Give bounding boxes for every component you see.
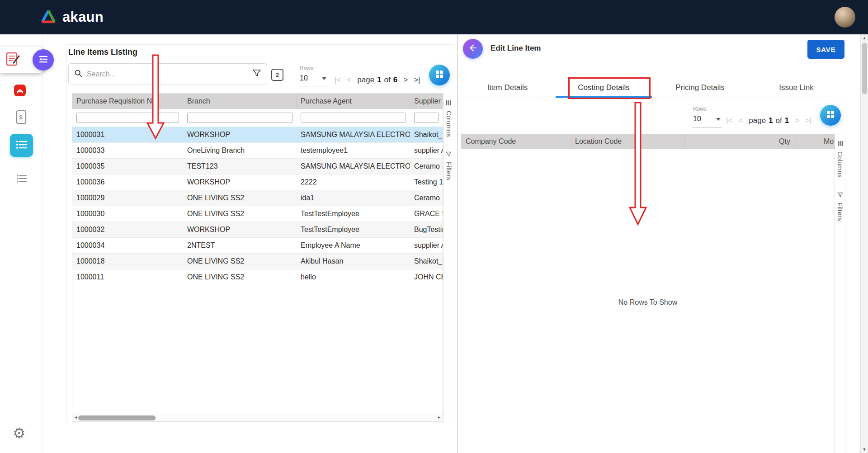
prev-page-button[interactable]: <	[738, 116, 743, 125]
page-current: 1	[769, 116, 773, 125]
table-row[interactable]: 1000034 2NTEST Employee A Name supplier …	[72, 238, 443, 254]
horizontal-scrollbar-thumb[interactable]	[78, 415, 156, 420]
last-page-button[interactable]: >|	[414, 76, 420, 85]
header-company-code[interactable]: Company Code	[461, 134, 571, 149]
last-page-button[interactable]: >|	[805, 116, 811, 125]
rows-select-caret-icon[interactable]	[322, 77, 326, 80]
header-qty[interactable]: Qty	[685, 134, 797, 149]
rows-select-underline	[299, 86, 328, 86]
header-branch[interactable]: Branch	[183, 94, 297, 109]
grid-view-button[interactable]	[429, 65, 450, 85]
cell-prn: 1000036	[72, 178, 183, 186]
filter-input-agent[interactable]	[301, 113, 406, 123]
sidebar-item-pdf[interactable]	[13, 83, 27, 99]
scroll-left-icon[interactable]: ◄	[74, 415, 78, 420]
tab-costing-details[interactable]: Costing Details	[556, 78, 652, 98]
cell-agent: TestTestEmployee	[297, 210, 410, 218]
edit-tabs: Item Details Costing Details Pricing Det…	[459, 78, 844, 98]
table-row[interactable]: 1000030 ONE LIVING SS2 TestTestEmployee …	[72, 206, 443, 222]
list-icon-gray	[16, 174, 28, 185]
vertical-scrollbar-thumb[interactable]	[862, 43, 867, 94]
search-input[interactable]	[87, 70, 248, 78]
header-purchase-agent[interactable]: Purchase Agent	[297, 94, 410, 109]
header-mo[interactable]: Mo	[819, 134, 835, 149]
scroll-down-icon[interactable]: ▼	[861, 447, 868, 452]
cell-agent: 2222	[297, 178, 410, 186]
filters-panel-button[interactable]: Filters	[836, 191, 844, 221]
tab-issue-link[interactable]: Issue Link	[748, 78, 844, 98]
filter-input-branch[interactable]	[187, 113, 292, 123]
back-button[interactable]	[463, 39, 483, 59]
tab-item-details[interactable]: Item Details	[459, 78, 556, 98]
cell-branch: OneLiving Branch	[183, 146, 297, 155]
header-purchase-requisition-no[interactable]: Purchase Requisition N...	[72, 94, 183, 109]
table-row[interactable]: 1000018 ONE LIVING SS2 Akibul Hasan Shai…	[72, 254, 443, 269]
pdf-icon	[13, 83, 27, 99]
search-box	[68, 63, 267, 85]
sidebar-item-list[interactable]	[16, 174, 28, 185]
cell-supplier: Testing 13	[410, 178, 443, 186]
table-row[interactable]: 1000036 WORKSHOP 2222 Testing 13	[72, 175, 443, 190]
rows-select-underline	[692, 127, 722, 127]
columns-panel-button[interactable]: Columns	[445, 99, 453, 137]
cell-supplier: GRACE SUP	[410, 210, 443, 218]
scroll-up-icon[interactable]: ▲	[861, 36, 868, 40]
cell-branch: WORKSHOP	[183, 226, 297, 234]
pagination: |< < page 1 of 1 > >|	[726, 114, 812, 127]
cell-supplier: Shaikot_tes	[410, 257, 443, 265]
grid-icon	[826, 110, 835, 121]
save-button[interactable]: SAVE	[807, 40, 844, 59]
rows-per-page-select[interactable]: 10	[300, 74, 308, 82]
filter-input-prn[interactable]	[76, 113, 179, 123]
page-vertical-scrollbar[interactable]: ▲ ▼	[860, 34, 868, 453]
prev-page-button[interactable]: <	[347, 76, 351, 85]
filters-panel-label: Filters	[836, 203, 844, 221]
horizontal-scrollbar[interactable]: ◄ ►	[72, 414, 443, 421]
cell-supplier: Ceramo	[410, 162, 443, 170]
columns-grip-icon	[837, 140, 843, 148]
cell-supplier: Ceramo	[410, 194, 443, 202]
table-row[interactable]: 1000033 OneLiving Branch testemployee1 s…	[72, 143, 443, 159]
table-row-selected[interactable]: 1000031 WORKSHOP SAMSUNG MALAYSIA ELECTR…	[72, 127, 443, 143]
cell-prn: 1000030	[72, 210, 183, 218]
cell-supplier: supplier A N	[410, 146, 443, 155]
next-page-button[interactable]: >	[403, 76, 408, 85]
filter-funnel-icon[interactable]	[252, 69, 261, 79]
table-row[interactable]: 1000035 TEST123 SAMSUNG MALAYSIA ELECTRO…	[72, 159, 443, 175]
first-page-button[interactable]: |<	[335, 76, 341, 85]
table-row[interactable]: 1000011 ONE LIVING SS2 hello JOHN CEN	[72, 269, 443, 285]
table-row[interactable]: 1000032 WORKSHOP TestTestEmployee BugTes…	[72, 222, 443, 238]
next-page-button[interactable]: >	[795, 116, 799, 125]
filters-panel-button[interactable]: Filters	[445, 151, 453, 180]
cell-branch: WORKSHOP	[183, 178, 297, 186]
columns-panel-label: Columns	[836, 151, 844, 178]
brand-name: akaun	[62, 9, 104, 25]
columns-panel-button[interactable]: Columns	[836, 140, 844, 178]
rows-per-page-select[interactable]: 10	[693, 115, 701, 123]
header-supplier[interactable]: Supplier Nu	[410, 94, 443, 109]
filter-input-supplier[interactable]	[414, 113, 439, 123]
sidebar-item-invoice[interactable]: $	[15, 110, 27, 126]
first-page-button[interactable]: |<	[726, 116, 732, 125]
page-indicator: page 1 of 6	[357, 76, 397, 85]
edit-panel-title: Edit Line Item	[491, 44, 541, 53]
user-avatar[interactable]	[835, 7, 855, 28]
table-row[interactable]: 1000029 ONE LIVING SS2 ida1 Ceramo	[72, 190, 443, 206]
rows-select-caret-icon[interactable]	[716, 118, 721, 121]
grid-view-button[interactable]	[820, 105, 841, 126]
cell-prn: 1000032	[72, 226, 183, 234]
cell-prn: 1000011	[72, 273, 183, 281]
line-items-table: Purchase Requisition N... Branch Purchas…	[72, 93, 443, 422]
header-location-code[interactable]: Location Code	[571, 134, 685, 149]
layout-pages-icon[interactable]: 2	[271, 69, 283, 81]
brand-logo[interactable]: akaun	[40, 0, 104, 34]
cell-agent: SAMSUNG MALAYSIA ELECTRO...	[297, 131, 410, 139]
of-word: of	[776, 116, 782, 125]
settings-gear-icon[interactable]: ⚙	[13, 426, 26, 440]
cell-prn: 1000033	[72, 146, 183, 155]
scroll-right-icon[interactable]: ►	[437, 415, 441, 420]
tab-pricing-details[interactable]: Pricing Details	[652, 78, 748, 98]
sidebar-item-line-items-active[interactable]	[10, 134, 33, 157]
sidebar-menu-toggle[interactable]	[33, 49, 54, 71]
back-arrow-icon	[468, 43, 478, 55]
